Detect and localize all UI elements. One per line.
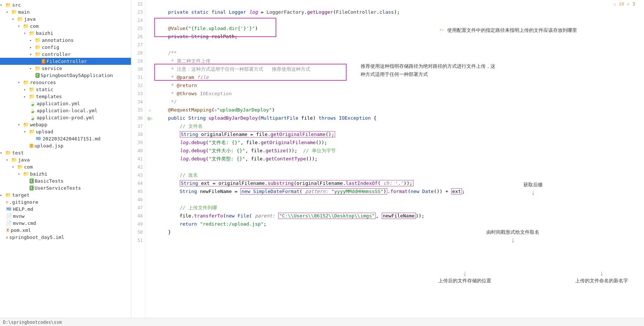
tree-item-label: java	[18, 157, 30, 163]
comment-throws: * @throws IOException	[171, 91, 232, 96]
sidebar-item-upload[interactable]: 📁upload	[0, 128, 131, 135]
sidebar-item-upload.jsp[interactable]: Jupload.jsp	[0, 142, 131, 149]
sidebar-item-main[interactable]: 📁main	[0, 9, 131, 16]
folder-arrow	[0, 193, 5, 197]
file-tree[interactable]: 📁src 📁main 📁java 📁com 📁baizhi 📁annotatio…	[0, 0, 131, 326]
method-format: format	[390, 189, 408, 194]
tree-item-label: 20220324204617151.md	[43, 136, 101, 142]
code-line-43: // 改名	[156, 171, 478, 179]
sidebar-item-config[interactable]: 📁config	[0, 44, 131, 51]
yaml-file-icon: 🍃	[30, 108, 36, 113]
cmt-rename: // 改名	[180, 172, 198, 178]
sidebar-item-baizhi2[interactable]: 📁baizhi	[0, 170, 131, 177]
str-pattern: "yyyyMMddHHmmssSS"	[331, 189, 384, 194]
sidebar-item-baizhi[interactable]: 📁baizhi	[0, 30, 131, 37]
sidebar-item-src[interactable]: 📁src	[0, 1, 131, 9]
code-line-37: // 文件名	[156, 122, 478, 130]
code-line-38: String originalFilename = file.getOrigin…	[156, 130, 478, 139]
code-line-31: * @param file	[156, 73, 478, 82]
sidebar-item-20220324204617151.md[interactable]: MD20220324204617151.md	[0, 135, 131, 142]
type-simpledateformat: SimpleDateFormat	[253, 189, 299, 194]
folder-arrow	[30, 66, 35, 70]
tree-item-label: webapp	[30, 122, 47, 127]
folder-arrow	[6, 10, 11, 14]
sidebar-item-.gitignore[interactable]: ⊙.gitignore	[0, 199, 131, 206]
sidebar-item-controller[interactable]: 📁controller	[0, 51, 131, 58]
sidebar-item-webapp[interactable]: 📁webapp	[0, 121, 131, 128]
line-number-42: 42	[131, 163, 145, 171]
code-line-28: /**	[156, 49, 478, 57]
sidebar-item-test[interactable]: 📁test	[0, 149, 131, 156]
line-number-32: 32	[131, 82, 145, 90]
tree-item-label: controller	[42, 51, 71, 57]
folder-icon: 📁	[11, 9, 17, 15]
gutter-37	[145, 122, 154, 130]
folder-arrow	[0, 151, 5, 155]
cmt-upload-dest: // 上传文件到哪	[180, 205, 217, 210]
method-getcontenttype: getContentType	[266, 156, 306, 162]
code-line-26: private String realPath;	[156, 33, 478, 41]
gutter-45	[145, 187, 154, 196]
sidebar-item-com[interactable]: 📁com	[0, 23, 131, 30]
sidebar-item-com2[interactable]: 📁com	[0, 163, 131, 170]
sidebar-item-springboot_day5.iml[interactable]: ◉springboot_day5.iml	[0, 234, 131, 241]
comment-param: * @param file	[171, 74, 209, 80]
sidebar-item-static[interactable]: 📁static	[0, 86, 131, 93]
kw-throws: throws	[318, 115, 336, 121]
folder-arrow	[24, 94, 29, 99]
sidebar-item-SpringbootDay5Application[interactable]: CSpringbootDay5Application	[0, 72, 131, 79]
sidebar-item-UserServiceTests[interactable]: CUserServiceTests	[0, 184, 131, 192]
sidebar-item-java2[interactable]: 📁java	[0, 156, 131, 163]
gutter-31	[145, 73, 154, 82]
sidebar-item-application-prod.yml[interactable]: 🍃application-prod.yml	[0, 114, 131, 121]
kw-class: class	[380, 9, 394, 15]
type-multipartfile: MultipartFile	[261, 115, 299, 121]
folder-icon: 📁	[17, 16, 23, 22]
sidebar-item-target[interactable]: 📁target	[0, 192, 131, 199]
editor-main: 2223242526272829303132333435363738394041…	[131, 0, 644, 326]
gutter-marker-icon[interactable]: @	[147, 116, 150, 121]
line-number-40: 40	[131, 147, 145, 155]
sidebar-item-HELP.md[interactable]: MDHELP.md	[0, 206, 131, 213]
tree-item-label: upload.jsp	[34, 143, 63, 149]
sidebar-item-java[interactable]: 📁java	[0, 16, 131, 23]
java-file-icon2: C	[30, 186, 34, 190]
sidebar-item-resources[interactable]: 📁resources	[0, 79, 131, 86]
sidebar-item-BasicTests[interactable]: CBasicTests	[0, 177, 131, 184]
gutter-25	[145, 24, 154, 33]
folder-icon: 📁	[5, 192, 11, 198]
folder-icon: 📁	[23, 80, 29, 85]
var-log: log	[249, 9, 258, 15]
sidebar-item-service[interactable]: 📁service	[0, 65, 131, 72]
line-number-45: 45	[131, 187, 145, 196]
method-debug2: debug	[191, 148, 206, 153]
code-box-44: String ext = originalFilename.substring(…	[180, 180, 414, 186]
sidebar-item-annotations[interactable]: 📁annotations	[0, 37, 131, 44]
code-line-34: */	[156, 98, 478, 106]
tree-item-label: service	[42, 66, 62, 71]
plain-file-icon: 📄	[6, 220, 12, 226]
sidebar-item-application-local.yml[interactable]: 🍃application-local.yml	[0, 107, 131, 114]
tree-item-label: UserServiceTests	[35, 185, 81, 191]
code-box-ext: ext	[451, 188, 462, 194]
sidebar-item-pom.xml[interactable]: Xpom.xml	[0, 227, 131, 234]
sidebar-item-templates[interactable]: 📁templates	[0, 93, 131, 100]
yaml-file-icon: 🍃	[30, 101, 36, 106]
folder-icon: 📁	[11, 157, 17, 163]
gutter-39	[145, 139, 154, 147]
line-number-39: 39	[131, 139, 145, 147]
code-lines: private static final Logger log = Logger…	[154, 0, 644, 326]
folder-icon: 📁	[23, 171, 29, 177]
line-number-33: 33	[131, 90, 145, 98]
str-debug2: "文件大小: {}"	[209, 148, 245, 153]
sidebar-item-mvnw.cmd[interactable]: 📄mvnw.cmd	[0, 220, 131, 227]
sidebar-item-application.yml[interactable]: 🍃application.yml	[0, 100, 131, 107]
folder-icon: 📁	[35, 51, 41, 57]
sidebar-item-FileController[interactable]: CFileController	[0, 58, 131, 65]
line-number-44: 44	[131, 179, 145, 187]
sidebar-item-mvnw[interactable]: 📄mvnw	[0, 213, 131, 220]
param-parent: parent:	[255, 213, 275, 219]
line-number-34: 34	[131, 98, 145, 106]
line-number-28: 28	[131, 49, 145, 57]
folder-arrow	[18, 24, 23, 28]
